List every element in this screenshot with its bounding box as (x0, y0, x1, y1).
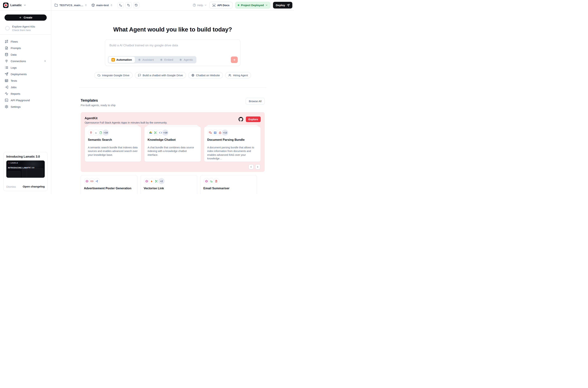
page-title: What Agent would you like to build today… (51, 26, 294, 33)
agentkit-title: AgentKit (85, 117, 167, 120)
nav-item-label: Deployments (11, 73, 27, 76)
integration-badges: a+19 (88, 129, 138, 136)
explore-kits-title: Explore Agent Kits (12, 25, 35, 28)
nav-item-label: Data (11, 53, 17, 56)
card-title: Advertisement Poster Generation (84, 187, 134, 190)
sidebar-divider (0, 34, 51, 35)
card-description: A document parsing bundle that allows to… (207, 146, 257, 161)
carousel-pager (85, 164, 261, 169)
send-icon (287, 4, 290, 7)
explore-kits-subtitle: Check them here (12, 29, 35, 31)
asterisk-icon (160, 58, 163, 61)
sidebar-nav-item[interactable]: Settings (0, 103, 51, 110)
chevrons-up-down-icon (85, 4, 87, 6)
sidebar-nav-item[interactable]: API Playground (0, 97, 51, 103)
card-title: Semantic Search (88, 138, 138, 142)
chevron-down-icon (204, 4, 207, 6)
sidebar-nav-item[interactable]: Connections (0, 58, 51, 64)
api-docs-label: API Docs (217, 4, 229, 7)
project-selector[interactable]: TESTVCS_main… (54, 3, 87, 7)
sidebar-nav-item[interactable]: Reports (0, 90, 51, 97)
sidebar-nav-item[interactable]: Tests (0, 77, 51, 84)
github-icon[interactable] (238, 117, 243, 122)
sidebar-nav-item[interactable]: Jobs (0, 84, 51, 90)
tab-label: Embed (164, 58, 173, 61)
submit-prompt-button[interactable] (231, 56, 238, 63)
api-docs-button[interactable]: API Docs (209, 2, 232, 8)
lamatic-app: Lamatic TESTVCS_main… main-test (0, 0, 294, 194)
browse-all-button[interactable]: Browse All (246, 98, 265, 104)
lamatic-logo-icon (8, 162, 10, 164)
deploy-button[interactable]: Deploy (273, 2, 292, 8)
promo-brand-label: Lamatic.ai (10, 162, 18, 164)
next-page-button[interactable] (255, 164, 260, 169)
template-card[interactable]: +2 Vectorise Link This automation allows… (140, 175, 197, 194)
workflow-graph-button[interactable] (118, 2, 124, 8)
template-card-deck: +13 Document Parsing Bundle A document p… (204, 125, 261, 162)
tab-label: Automation (116, 58, 132, 61)
prev-page-button[interactable] (249, 164, 254, 169)
chip-label: Hiring Agent (233, 74, 248, 77)
create-button[interactable]: Create (4, 15, 47, 21)
file-text-icon (5, 46, 8, 50)
branch-name: main-test (96, 4, 109, 7)
history-icon (135, 4, 138, 7)
database-icon (5, 53, 8, 56)
nav-item-label: Reports (11, 92, 20, 95)
asterisk-icon (138, 58, 141, 61)
branch-selector[interactable]: main-test (91, 3, 113, 7)
dismiss-button[interactable]: Dismiss (6, 185, 16, 188)
asterisk-icon (111, 58, 115, 62)
nav-item-label: API Playground (11, 99, 30, 102)
open-changelog-button[interactable]: Open changelog (23, 185, 45, 188)
deploy-status-pill[interactable]: Project Deployed (235, 2, 271, 8)
agent-type-tab[interactable]: Agentic (176, 57, 196, 63)
card-title: Vectorise Link (144, 187, 194, 190)
quick-action-chip[interactable]: Build a chatbot with Google Drive (135, 72, 186, 78)
sidebar-nav-item[interactable]: Logs (0, 64, 51, 71)
quick-action-chip[interactable]: Chatbot on Website (188, 72, 223, 78)
explore-agent-kits[interactable]: Explore Agent Kits Check them here (5, 25, 46, 31)
template-card[interactable]: +19 Knowledge Chatbot A chat bundle that… (144, 127, 201, 162)
terminal-icon (5, 98, 8, 102)
agent-type-tabs: Automation Assistant Embed Agentic (108, 56, 197, 63)
history-button[interactable] (133, 2, 139, 8)
git-compare-button[interactable] (125, 2, 132, 8)
promo-title: Introducing Lamatic 3.0 (6, 155, 45, 158)
cloud-icon (97, 74, 100, 77)
quick-action-chip[interactable]: Hiring Agent (225, 72, 251, 78)
activity-icon (5, 92, 8, 96)
globe-icon (191, 74, 194, 77)
template-card[interactable]: a+19 Semantic Search A semantic search b… (85, 127, 141, 162)
template-card[interactable]: Email Summariser This N8N workflow build… (200, 175, 257, 194)
promo-image[interactable]: Lamatic.ai INTRODUCING LAMATIC 3.0 (6, 161, 45, 178)
chip-label: Integrate Google Drive (102, 74, 129, 77)
agent-type-tab[interactable]: Assistant (135, 57, 157, 63)
explore-button[interactable]: Explore (246, 117, 261, 122)
sidebar-nav-item[interactable]: Prompts (0, 45, 51, 51)
quick-action-chip[interactable]: Integrate Google Drive (94, 72, 133, 78)
promo-mock-panel (27, 168, 43, 178)
gear-icon (5, 105, 8, 108)
template-card[interactable]: +13 Document Parsing Bundle A document p… (204, 127, 261, 162)
table-icon (5, 79, 8, 82)
workspace-switcher[interactable]: Lamatic (0, 0, 51, 10)
sidebar-nav-item[interactable]: Data (0, 51, 51, 58)
sidebar-nav: Flows Prompts Data Connections (0, 38, 51, 110)
nav-item-label: Tests (11, 79, 17, 82)
help-menu[interactable]: Help (193, 3, 207, 7)
more-template-cards: Advertisement Poster Generation +2 Vecto… (81, 175, 265, 194)
sidebar-nav-item[interactable]: Deployments (0, 71, 51, 77)
help-circle-icon (193, 3, 196, 7)
list-icon (5, 66, 8, 69)
header-middle: TESTVCS_main… main-test (51, 0, 193, 10)
integration-badges (204, 178, 254, 184)
agent-type-tab[interactable]: Embed (157, 57, 176, 63)
template-card[interactable]: Advertisement Poster Generation (81, 175, 137, 194)
agent-prompt-input[interactable] (105, 40, 240, 47)
sidebar-nav-item[interactable]: Flows (0, 38, 51, 45)
integration-badges (84, 178, 134, 184)
create-label: Create (23, 16, 32, 19)
agent-type-tab[interactable]: Automation (109, 57, 135, 63)
vcs-actions (118, 2, 139, 8)
